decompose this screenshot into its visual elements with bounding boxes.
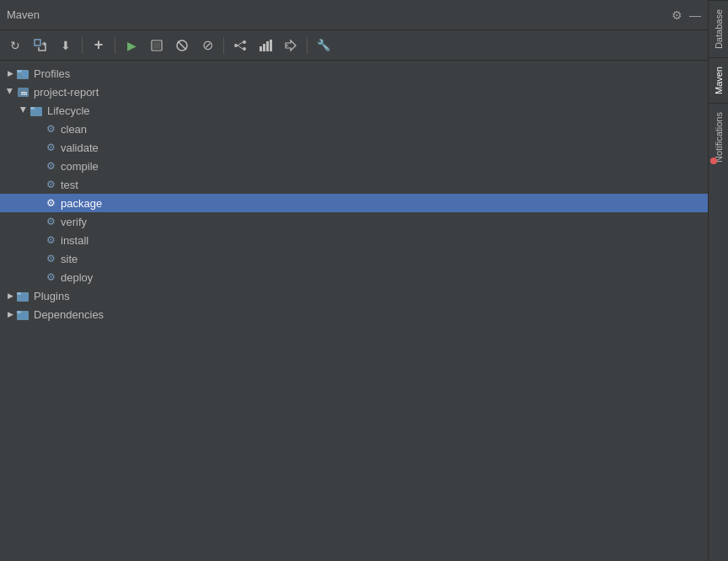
svg-rect-17 [24,72,28,76]
minimize-icon[interactable]: — [689,8,701,22]
plugins-label: Plugins [34,290,70,302]
package-gear-icon: ⚙ [44,196,57,210]
reimport-all-button[interactable]: ↻ [3,34,27,57]
run-configurations-button[interactable] [145,34,169,57]
side-tab-notifications[interactable]: Notifications [709,103,729,171]
svg-rect-10 [260,46,262,51]
title-icons: ⚙ — [672,8,701,22]
svg-rect-0 [35,40,40,45]
site-label: site [61,253,78,265]
tree-item-dependencies[interactable]: ▶ Dependencies [0,305,708,323]
dependencies-folder-icon [17,307,30,321]
tree-item-test[interactable]: ⚙ test [0,175,708,194]
svg-point-6 [243,40,246,44]
lifecycle-expand-arrow: ▶ [17,103,30,116]
profiles-expand-arrow: ▶ [3,67,17,80]
notification-badge [710,158,717,164]
tree-item-deploy[interactable]: ⚙ deploy [0,268,708,286]
tree-item-project-report[interactable]: ▶ m project-report [0,83,708,101]
toolbar-separator-1 [82,37,83,54]
window-title: Maven [7,8,40,21]
svg-line-3 [178,41,186,50]
site-gear-icon: ⚙ [44,252,57,265]
side-tabs-panel: Database Maven Notifications [708,0,728,561]
deploy-gear-icon: ⚙ [44,270,57,284]
verify-gear-icon: ⚙ [44,215,57,228]
add-maven-project-button[interactable]: + [87,34,110,57]
compile-gear-icon: ⚙ [44,159,57,173]
svg-rect-11 [263,44,265,51]
deploy-label: deploy [61,271,93,284]
svg-text:m: m [21,89,27,97]
show-dependencies-button[interactable] [228,34,252,57]
svg-point-7 [243,47,246,51]
validate-gear-icon: ⚙ [44,141,57,154]
test-label: test [61,179,78,191]
download-sources-button[interactable]: ⬇ [54,34,78,57]
tree-item-compile[interactable]: ⚙ compile [0,157,708,175]
tree-view: ▶ Profiles ▶ m project-report [0,61,708,561]
svg-rect-12 [266,41,269,51]
svg-rect-16 [17,70,22,72]
verify-label: verify [61,216,87,228]
reimport-button[interactable] [29,34,52,57]
project-report-icon: m [17,85,30,99]
lifecycle-folder-icon [30,104,44,117]
svg-rect-29 [20,313,22,318]
profiles-folder-icon [17,67,30,80]
tree-item-lifecycle[interactable]: ▶ Lifecycle [0,101,708,120]
tree-item-profiles[interactable]: ▶ Profiles [0,64,708,83]
svg-rect-30 [23,313,24,318]
cancel-build-button[interactable]: ⊘ [195,34,219,57]
tree-item-validate[interactable]: ⚙ validate [0,138,708,157]
tree-item-package[interactable]: ⚙ package [0,194,708,212]
collapse-all-button[interactable] [279,34,302,57]
analyze-dependencies-button[interactable] [254,34,277,57]
test-gear-icon: ⚙ [44,178,57,191]
svg-rect-28 [17,311,21,313]
maven-settings-button[interactable]: 🔧 [312,34,335,57]
tree-item-verify[interactable]: ⚙ verify [0,212,708,231]
svg-rect-22 [30,107,35,110]
svg-rect-2 [153,42,160,49]
lifecycle-label: Lifecycle [47,104,90,117]
package-label: package [61,197,102,210]
side-tab-maven[interactable]: Maven [709,57,729,103]
tree-item-install[interactable]: ⚙ install [0,231,708,249]
clean-label: clean [61,123,87,136]
skip-tests-button[interactable] [170,34,194,57]
run-maven-build-button[interactable]: ▶ [120,34,143,57]
title-bar: Maven ⚙ — [0,0,708,30]
svg-rect-13 [270,40,272,51]
svg-point-5 [234,44,238,47]
svg-rect-25 [17,292,21,295]
plugins-expand-arrow: ▶ [3,289,17,302]
svg-line-8 [238,42,243,45]
toolbar-separator-3 [223,37,224,54]
tree-item-plugins[interactable]: ▶ Plugins [0,286,708,305]
plugins-folder-icon [17,289,30,302]
tree-item-site[interactable]: ⚙ site [0,249,708,268]
validate-label: validate [61,142,99,154]
project-report-label: project-report [34,86,99,99]
install-label: install [61,234,88,247]
toolbar-separator-4 [307,37,308,54]
svg-line-9 [238,45,243,49]
compile-label: compile [61,160,99,173]
clean-gear-icon: ⚙ [44,122,57,136]
dependencies-label: Dependencies [34,308,104,321]
settings-icon[interactable]: ⚙ [672,8,682,22]
toolbar: ↻ ⬇ + ▶ ⊘ [0,30,708,61]
toolbar-separator-2 [115,37,115,54]
svg-rect-31 [25,314,27,318]
notifications-label: Notifications [714,112,724,163]
install-gear-icon: ⚙ [44,233,57,247]
project-report-expand-arrow: ▶ [3,84,17,98]
side-tab-database[interactable]: Database [709,0,729,57]
tree-item-clean[interactable]: ⚙ clean [0,120,708,138]
profiles-label: Profiles [34,67,70,80]
dependencies-expand-arrow: ▶ [3,307,17,321]
